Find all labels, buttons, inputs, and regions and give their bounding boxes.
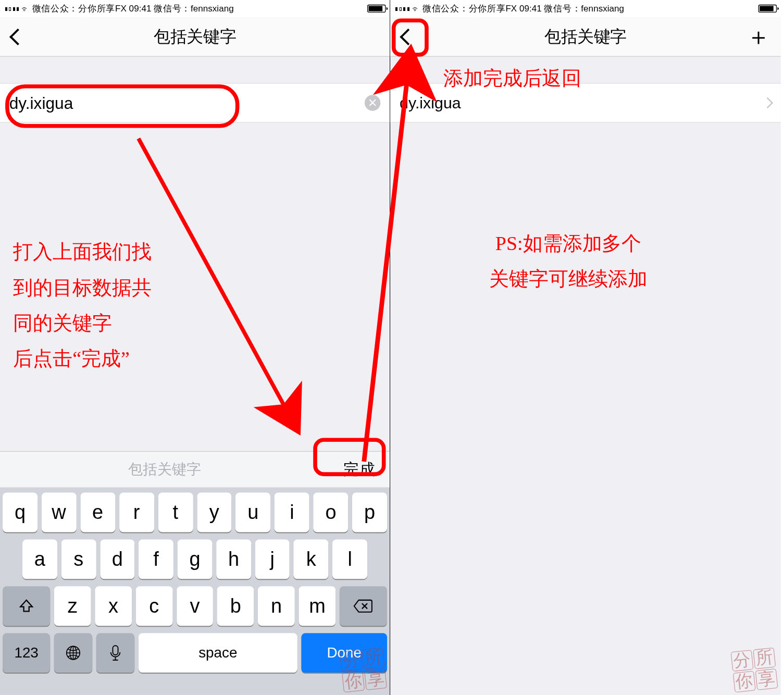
key-a[interactable]: a: [22, 539, 57, 579]
annotation-arrow-left: [126, 126, 317, 449]
nav-bar: 包括关键字 ＋: [390, 17, 780, 57]
annotation-text-right-block: PS:如需添加多个 关键字可继续添加: [489, 226, 648, 297]
key-t[interactable]: t: [158, 493, 193, 532]
key-p[interactable]: p: [352, 493, 387, 532]
key-f[interactable]: f: [139, 539, 173, 579]
page-title: 包括关键字: [390, 26, 780, 47]
key-e[interactable]: e: [80, 493, 115, 532]
numbers-key[interactable]: 123: [3, 633, 50, 673]
svg-rect-2: [113, 646, 118, 655]
key-u[interactable]: u: [235, 493, 270, 532]
key-r[interactable]: r: [119, 493, 154, 532]
keyword-input-row: ✕: [0, 83, 390, 122]
key-q[interactable]: q: [3, 493, 38, 532]
status-bar: ▮▯▮▮ ᯤ 微信公众：分你所享FX 09:41 微信号：fennsxiang: [0, 0, 390, 17]
phone-screenshot-left: ▮▯▮▮ ᯤ 微信公众：分你所享FX 09:41 微信号：fennsxiang …: [0, 0, 390, 695]
accessory-hint: 包括关键字: [0, 460, 329, 479]
key-v[interactable]: v: [177, 586, 214, 626]
battery-icon: [367, 5, 385, 13]
key-i[interactable]: i: [275, 493, 309, 532]
signal-icon: ▮▯▮▮ ᯤ: [4, 4, 30, 14]
watermark: 分所你享: [730, 647, 779, 693]
annotation-text-right-top: 添加完成后返回: [443, 60, 582, 96]
signal-icon: ▮▯▮▮ ᯤ: [394, 4, 420, 14]
key-n[interactable]: n: [258, 586, 295, 626]
globe-key[interactable]: [54, 633, 92, 673]
phone-screenshot-right: ▮▯▮▮ ᯤ 微信公众：分你所享FX 09:41 微信号：fennsxiang …: [390, 0, 780, 695]
page-title: 包括关键字: [0, 26, 390, 47]
dictation-key[interactable]: [96, 633, 134, 673]
keyword-item-label: dy.ixigua: [400, 94, 764, 112]
key-y[interactable]: y: [197, 493, 232, 532]
key-d[interactable]: d: [100, 539, 135, 579]
key-z[interactable]: z: [54, 586, 91, 626]
nav-bar: 包括关键字: [0, 17, 390, 57]
chevron-right-icon: [762, 97, 773, 108]
ios-keyboard: qwertyuiop asdfghjkl zxcvbnm 123: [0, 487, 390, 695]
key-o[interactable]: o: [314, 493, 349, 532]
watermark: 分所你享: [339, 647, 388, 693]
add-icon[interactable]: ＋: [746, 24, 770, 48]
keyboard-accessory: 包括关键字 完成: [0, 451, 390, 488]
key-c[interactable]: c: [135, 586, 172, 626]
spacer: [0, 57, 390, 83]
status-bar: ▮▯▮▮ ᯤ 微信公众：分你所享FX 09:41 微信号：fennsxiang: [390, 0, 780, 17]
space-key[interactable]: space: [139, 633, 297, 673]
status-text: 微信公众：分你所享FX 09:41 微信号：fennsxiang: [29, 3, 365, 15]
battery-icon: [758, 5, 777, 13]
key-m[interactable]: m: [299, 586, 336, 626]
backspace-key[interactable]: [340, 586, 387, 626]
key-l[interactable]: l: [332, 539, 367, 579]
shift-key[interactable]: [3, 586, 50, 626]
key-h[interactable]: h: [216, 539, 251, 579]
keyword-input[interactable]: [9, 93, 365, 113]
key-s[interactable]: s: [61, 539, 96, 579]
key-j[interactable]: j: [255, 539, 290, 579]
status-text: 微信公众：分你所享FX 09:41 微信号：fennsxiang: [420, 3, 756, 15]
key-k[interactable]: k: [294, 539, 329, 579]
key-g[interactable]: g: [178, 539, 213, 579]
accessory-done-button[interactable]: 完成: [329, 459, 390, 480]
key-b[interactable]: b: [217, 586, 254, 626]
key-w[interactable]: w: [42, 493, 77, 532]
annotation-text-left: 打入上面我们找 到的目标数据共 同的关键字 后点击“完成”: [13, 234, 152, 376]
clear-icon[interactable]: ✕: [365, 95, 380, 110]
key-x[interactable]: x: [95, 586, 132, 626]
